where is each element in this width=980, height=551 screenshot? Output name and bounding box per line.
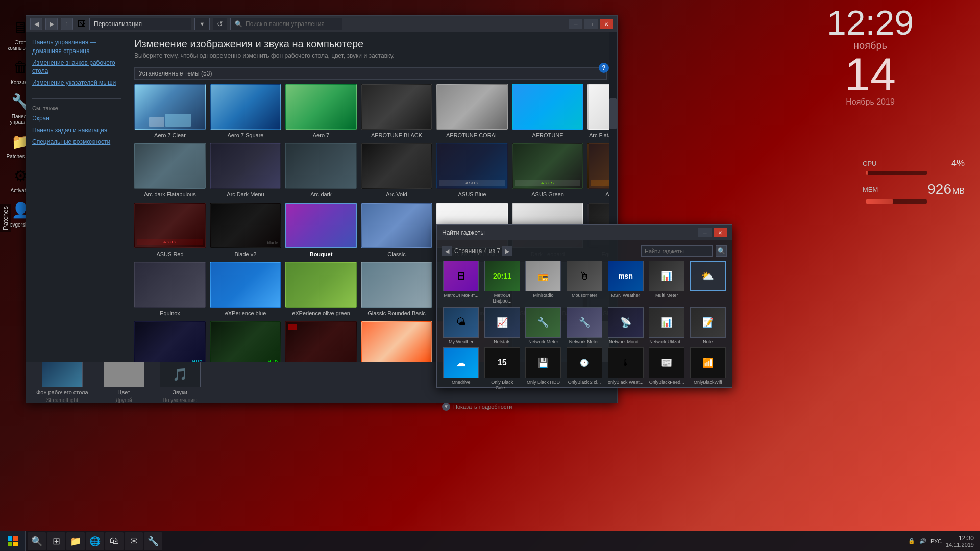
theme-asusred[interactable]: ASUS ASUS Red <box>134 203 206 258</box>
color-option[interactable]: Цвет Другой <box>104 362 144 403</box>
gadget-onedrive[interactable]: ☁ Onedrive <box>442 347 480 391</box>
theme-thumb <box>285 84 357 130</box>
theme-aero7sq[interactable]: Aero 7 Square <box>210 84 281 139</box>
gadget-metroui-digital[interactable]: 20:11 MetroUI Цифро... <box>483 261 522 304</box>
nav-back-button[interactable]: ◀ <box>30 18 42 30</box>
gadget-thumb: 🌤 <box>443 307 479 338</box>
gadget-onlyblack-weather[interactable]: 🌡 onlyBlack Weat... <box>606 347 645 391</box>
sidebar-link-mouse[interactable]: Изменение указателей мыши <box>32 79 121 87</box>
theme-expolive[interactable]: eXPerience olive green <box>285 262 357 317</box>
gadget-mousometer[interactable]: 🖱 Mousometer <box>566 261 604 304</box>
taskbar-store-button[interactable]: 🛍 <box>105 532 124 550</box>
theme-aerotune[interactable]: AEROTUNE <box>512 84 583 139</box>
taskbar-mail-button[interactable]: ✉ <box>125 532 143 550</box>
taskbar-extra-button[interactable]: 🔧 <box>144 532 162 550</box>
theme-expblue[interactable]: eXPerience blue <box>210 262 281 317</box>
search-bar[interactable]: 🔍 Поиск в панели управления <box>230 18 342 30</box>
gadget-onlyblack-2cl[interactable]: 🕐 OnlyBlack 2 cl... <box>566 347 604 391</box>
gadget-onlyblack-feed[interactable]: 📰 OnlyBlackFeed... <box>648 347 686 391</box>
gadget-msn-weather[interactable]: msn MSN Weather <box>606 261 645 304</box>
theme-mattedark[interactable]: Matte Dark <box>285 321 357 362</box>
theme-bladev2[interactable]: blade Blade v2 <box>210 203 281 258</box>
sidebar-link-taskbar[interactable]: Панель задач и навигация <box>32 126 121 135</box>
taskbar-explorer-button[interactable]: 📁 <box>66 532 85 550</box>
gadgets-next-button[interactable]: ▶ <box>502 246 512 256</box>
gadget-miniradio[interactable]: 📻 MiniRadio <box>524 261 562 304</box>
theme-thumb <box>361 84 432 130</box>
show-details-icon[interactable]: ▼ <box>442 403 450 411</box>
cp-icon: 🖼 <box>76 19 86 29</box>
theme-asusblue[interactable]: ASUS ASUS Blue <box>436 143 508 198</box>
theme-hudev[interactable]: HUD HUD Evolution <box>134 321 206 362</box>
help-button[interactable]: ? <box>599 63 609 73</box>
minimize-button[interactable]: ─ <box>569 19 582 29</box>
gadget-onlyblack-wifi[interactable]: 📶 OnlyBlackWifi <box>689 347 727 391</box>
gadget-network-util[interactable]: 📊 Network Utilzat... <box>648 307 686 345</box>
gadgets-grid-row1: 🖥 MetroUI Монит... 20:11 MetroUI Цифро..… <box>442 261 727 304</box>
close-button[interactable]: ✕ <box>600 19 613 29</box>
taskbar: 🔍 ⊞ 📁 🌐 🛍 ✉ 🔧 🔒 🔊 РУС 12:30 14.11.2019 <box>0 531 980 551</box>
theme-bouquet[interactable]: Bouquet <box>285 203 357 258</box>
theme-arcdark[interactable]: Arc Dark Menu <box>210 143 281 198</box>
gadgets-search-input[interactable] <box>641 245 713 257</box>
gadget-my-weather[interactable]: 🌤 My Weather <box>442 307 480 345</box>
gadget-weather-selected[interactable]: ⛅ <box>689 261 727 304</box>
theme-thumb <box>210 262 281 308</box>
gadgets-close-button[interactable]: ✕ <box>714 228 727 237</box>
page-subtitle: Выберите тему, чтобы одновременно измени… <box>134 52 607 59</box>
theme-mavdarkflat[interactable]: Maverick 10 Flat Darker <box>361 321 432 362</box>
gadget-only-black-hdd[interactable]: 💾 Only Black HDD <box>524 347 562 391</box>
gadget-label: Netstats <box>494 339 510 345</box>
sidebar-link-icons[interactable]: Изменение значков рабочего стола <box>32 59 121 76</box>
address-bar[interactable]: Персонализация <box>89 18 191 30</box>
theme-classic[interactable]: Classic <box>361 203 432 258</box>
address-dropdown-button[interactable]: ▼ <box>194 18 210 30</box>
sidebar-see-also: См. также Экран Панель задач и навигация… <box>26 105 128 157</box>
gadget-network-monitor[interactable]: 📡 Network Monit... <box>606 307 645 345</box>
gadget-note[interactable]: 📝 Note <box>689 307 727 345</box>
theme-aerocoral[interactable]: AEROTUNE CORAL <box>436 84 508 139</box>
gadgets-minimize-button[interactable]: ─ <box>698 228 712 237</box>
gadgets-search-button[interactable]: 🔍 <box>716 245 727 257</box>
sound-option[interactable]: 🎵 Звуки По умолчанию <box>160 362 201 403</box>
taskbar-clock[interactable]: 12:30 14.11.2019 <box>946 535 974 548</box>
wallpaper-option[interactable]: Фон рабочего стола StreamofLight <box>36 362 88 403</box>
taskbar-search-button[interactable]: 🔍 <box>28 532 46 550</box>
maximize-button[interactable]: □ <box>584 19 598 29</box>
gadget-network-meter1[interactable]: 🔧 Network Meter <box>524 307 562 345</box>
gadget-only-black-calendar[interactable]: 15 Only Black Cale... <box>483 347 522 391</box>
sidebar-link-home[interactable]: Панель управления — домашняя страница <box>32 38 121 56</box>
gadget-metroui-monitor[interactable]: 🖥 MetroUI Монит... <box>442 261 480 304</box>
gadget-multi-meter[interactable]: 📊 Multi Meter <box>648 261 686 304</box>
tray-date: 14.11.2019 <box>946 542 974 548</box>
theme-glassicround[interactable]: Glassic Rounded Basic <box>361 262 432 317</box>
sidebar-link-accessibility[interactable]: Специальные возможности <box>32 138 121 146</box>
theme-label: Arc-dark <box>310 191 332 198</box>
theme-hudgreen[interactable]: HUD HUD Green <box>210 321 281 362</box>
gadget-thumb: ☁ <box>443 347 479 378</box>
scrollbar-thumb[interactable] <box>609 98 617 129</box>
theme-thumb <box>134 143 206 189</box>
theme-asusgreen[interactable]: ASUS ASUS Green <box>512 143 583 198</box>
nav-forward-button[interactable]: ▶ <box>45 18 58 30</box>
gadget-network-meter2[interactable]: 🔧 Network Meter. <box>566 307 604 345</box>
gadgets-prev-button[interactable]: ◀ <box>442 246 452 256</box>
nav-up-button[interactable]: ↑ <box>61 18 73 30</box>
theme-label: Classic <box>387 251 405 258</box>
taskbar-taskview-button[interactable]: ⊞ <box>47 532 65 550</box>
tray-network-icon: 🔒 <box>908 538 915 544</box>
taskbar-edge-button[interactable]: 🌐 <box>86 532 104 550</box>
gadget-netstats[interactable]: 📈 Netstats <box>483 307 522 345</box>
theme-aero7clear[interactable]: Aero 7 Clear <box>134 84 206 139</box>
theme-arcdark2[interactable]: Arc-dark <box>285 143 357 198</box>
theme-equinox[interactable]: Equinox <box>134 262 206 317</box>
theme-aeroblack[interactable]: AEROTUNE BLACK <box>361 84 432 139</box>
refresh-button[interactable]: ↺ <box>213 18 227 30</box>
gadget-label: Only Black HDD <box>527 380 560 385</box>
gadget-label: Network Utilzat... <box>649 339 684 345</box>
theme-arcvoid[interactable]: Arc-Void <box>361 143 432 198</box>
theme-arcflatdark[interactable]: Arc-dark Flatabulous <box>134 143 206 198</box>
theme-aero7[interactable]: Aero 7 <box>285 84 357 139</box>
start-button[interactable] <box>0 531 26 552</box>
sidebar-link-screen[interactable]: Экран <box>32 114 121 123</box>
